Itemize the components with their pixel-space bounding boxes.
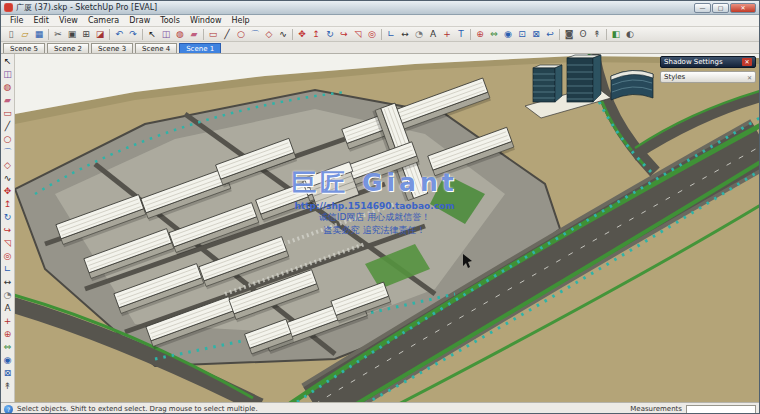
polygon-icon[interactable]: ◇: [2, 159, 14, 171]
shadows-icon[interactable]: ◐: [624, 28, 636, 40]
tape-measure-icon[interactable]: ∟: [2, 263, 14, 275]
pan-icon[interactable]: ⇔: [488, 28, 500, 40]
tape-measure-icon[interactable]: ∟: [385, 28, 397, 40]
push-pull-icon[interactable]: ↥: [310, 28, 322, 40]
arc-icon[interactable]: ⌒: [2, 146, 14, 158]
menu-edit[interactable]: Edit: [28, 16, 54, 25]
freehand-icon[interactable]: ∿: [2, 172, 14, 184]
scene-tab-scene-4[interactable]: Scene 4: [135, 43, 177, 53]
open-icon[interactable]: ▱: [19, 28, 31, 40]
eraser-icon[interactable]: ▰: [2, 94, 14, 106]
scene-tab-scene-2[interactable]: Scene 2: [47, 43, 89, 53]
shadow-settings-panel[interactable]: Shadow Settings ✕: [660, 56, 756, 68]
rotate-icon[interactable]: ↻: [324, 28, 336, 40]
menu-draw[interactable]: Draw: [124, 16, 155, 25]
arc-icon[interactable]: ⌒: [249, 28, 261, 40]
top-toolbar: ▯▱▦✂▣⊞◪↶↷↖◫◍▰▭╱○⌒◇∿✥↥↻↪◹◎∟↔◔A+T⊕⇔◉⊡⊠↩◙ʘ↟…: [1, 27, 759, 42]
cut-icon[interactable]: ✂: [52, 28, 64, 40]
scene-tab-scene-1[interactable]: Scene 1: [179, 43, 221, 53]
select-icon[interactable]: ↖: [146, 28, 158, 40]
freehand-icon[interactable]: ∿: [277, 28, 289, 40]
menu-file[interactable]: File: [5, 16, 28, 25]
offset-icon[interactable]: ◎: [2, 250, 14, 262]
previous-view-icon[interactable]: ↩: [544, 28, 556, 40]
push-pull-icon[interactable]: ↥: [2, 198, 14, 210]
menu-help[interactable]: Help: [226, 16, 254, 25]
menubar: FileEditViewCameraDrawToolsWindowHelp: [1, 15, 759, 27]
menu-window[interactable]: Window: [185, 16, 227, 25]
dimension-icon[interactable]: ↔: [2, 276, 14, 288]
scene-tab-scene-5[interactable]: Scene 5: [3, 43, 45, 53]
zoom-extents-icon[interactable]: ⊠: [2, 367, 14, 379]
scale-icon[interactable]: ◹: [2, 237, 14, 249]
close-icon[interactable]: ✕: [742, 58, 752, 66]
paint-bucket-icon[interactable]: ◍: [2, 81, 14, 93]
3d-text-icon[interactable]: T: [455, 28, 467, 40]
circle-icon[interactable]: ○: [235, 28, 247, 40]
close-button[interactable]: ✕: [730, 3, 756, 13]
paste-icon[interactable]: ⊞: [80, 28, 92, 40]
model-canvas[interactable]: 巨匠 Giant http://shp.1514690.taobao.com 诚…: [15, 54, 759, 402]
viewport-3d[interactable]: [15, 54, 759, 402]
minimize-button[interactable]: —: [694, 3, 711, 13]
measurements-input[interactable]: [686, 405, 756, 414]
move-icon[interactable]: ✥: [296, 28, 308, 40]
axes-icon[interactable]: +: [2, 315, 14, 327]
zoom-extents-icon[interactable]: ⊠: [530, 28, 542, 40]
zoom-icon[interactable]: ◉: [502, 28, 514, 40]
follow-me-icon[interactable]: ↪: [2, 224, 14, 236]
redo-icon[interactable]: ↷: [127, 28, 139, 40]
line-icon[interactable]: ╱: [221, 28, 233, 40]
walk-icon[interactable]: ↟: [591, 28, 603, 40]
make-component-icon[interactable]: ◫: [2, 68, 14, 80]
text-icon[interactable]: A: [2, 302, 14, 314]
protractor-icon[interactable]: ◔: [413, 28, 425, 40]
dimension-icon[interactable]: ↔: [399, 28, 411, 40]
zoom-icon[interactable]: ◉: [2, 354, 14, 366]
circle-icon[interactable]: ○: [2, 133, 14, 145]
scale-icon[interactable]: ◹: [352, 28, 364, 40]
follow-me-icon[interactable]: ↪: [338, 28, 350, 40]
styles-panel[interactable]: Styles ✕: [660, 71, 756, 83]
protractor-icon[interactable]: ◔: [2, 289, 14, 301]
text-icon[interactable]: A: [427, 28, 439, 40]
erase-icon[interactable]: ◪: [94, 28, 106, 40]
save-icon[interactable]: ▦: [33, 28, 45, 40]
toolbar-separator: [470, 29, 471, 40]
polygon-icon[interactable]: ◇: [263, 28, 275, 40]
pan-icon[interactable]: ⇔: [2, 341, 14, 353]
orbit-icon[interactable]: ⊕: [474, 28, 486, 40]
maximize-button[interactable]: ▢: [712, 3, 729, 13]
move-icon[interactable]: ✥: [2, 185, 14, 197]
select-icon[interactable]: ↖: [2, 55, 14, 67]
walk-icon[interactable]: ↟: [2, 380, 14, 392]
rectangle-icon[interactable]: ▭: [207, 28, 219, 40]
styles-title: Styles: [664, 73, 685, 81]
measurements-label: Measurements: [630, 405, 682, 413]
sketchup-window: 广厦 (37).skp - SketchUp Pro [EVAL] — ▢ ✕ …: [0, 0, 760, 414]
section-plane-icon[interactable]: ◧: [610, 28, 622, 40]
axes-icon[interactable]: +: [441, 28, 453, 40]
rotate-icon[interactable]: ↻: [2, 211, 14, 223]
undo-icon[interactable]: ↶: [113, 28, 125, 40]
zoom-window-icon[interactable]: ⊡: [516, 28, 528, 40]
eraser-icon[interactable]: ▰: [188, 28, 200, 40]
line-icon[interactable]: ╱: [2, 120, 14, 132]
offset-icon[interactable]: ◎: [366, 28, 378, 40]
left-toolbar: ↖◫◍▰▭╱○⌒◇∿✥↥↻↪◹◎∟↔◔A+⊕⇔◉⊠↟: [1, 54, 15, 402]
look-around-icon[interactable]: ʘ: [577, 28, 589, 40]
rectangle-icon[interactable]: ▭: [2, 107, 14, 119]
help-circle-icon[interactable]: ?: [4, 405, 13, 414]
make-component-icon[interactable]: ◫: [160, 28, 172, 40]
copy-icon[interactable]: ▣: [66, 28, 78, 40]
menu-camera[interactable]: Camera: [83, 16, 124, 25]
menu-tools[interactable]: Tools: [155, 16, 185, 25]
orbit-icon[interactable]: ⊕: [2, 328, 14, 340]
titlebar[interactable]: 广厦 (37).skp - SketchUp Pro [EVAL] — ▢ ✕: [1, 1, 759, 15]
close-icon[interactable]: ✕: [747, 74, 752, 81]
new-file-icon[interactable]: ▯: [5, 28, 17, 40]
paint-bucket-icon[interactable]: ◍: [174, 28, 186, 40]
scene-tab-scene-3[interactable]: Scene 3: [91, 43, 133, 53]
menu-view[interactable]: View: [54, 16, 83, 25]
position-camera-icon[interactable]: ◙: [563, 28, 575, 40]
